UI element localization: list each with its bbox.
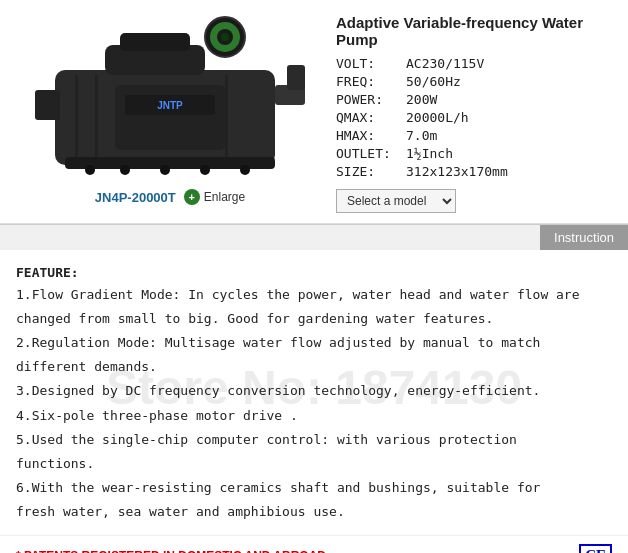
svg-rect-2 [120, 33, 190, 51]
features-section: Store No: 1874130 FEATURE: 1.Flow Gradie… [0, 250, 628, 535]
spec-row: HMAX:7.0m [336, 128, 612, 143]
spec-label: HMAX: [336, 128, 406, 143]
model-select-row: Select a model [336, 189, 612, 213]
svg-rect-13 [115, 85, 225, 150]
spec-label: POWER: [336, 92, 406, 107]
spec-row: OUTLET:1½Inch [336, 146, 612, 161]
feature-item: changed from small to big. Good for gard… [16, 308, 612, 330]
feature-item: functions. [16, 453, 612, 475]
feature-item: 3.Designed by DC frequency conversion te… [16, 380, 612, 402]
pump-image-container: JNTP [20, 10, 320, 185]
svg-rect-8 [287, 65, 305, 90]
feature-item: 1.Flow Gradient Mode: In cycles the powe… [16, 284, 612, 306]
spec-label: QMAX: [336, 110, 406, 125]
enlarge-icon: + [184, 189, 200, 205]
feature-item: fresh water, sea water and amphibious us… [16, 501, 612, 523]
spec-label: SIZE: [336, 164, 406, 179]
product-label-row: JN4P-20000T + Enlarge [95, 189, 245, 205]
svg-rect-10 [75, 75, 78, 160]
spec-row: FREQ:50/60Hz [336, 74, 612, 89]
feature-item: 4.Six-pole three-phase motor drive . [16, 405, 612, 427]
specs-table: VOLT:AC230/115VFREQ:50/60HzPOWER:200WQMA… [336, 56, 612, 179]
enlarge-button[interactable]: + Enlarge [184, 189, 245, 205]
spec-row: SIZE:312x123x170mm [336, 164, 612, 179]
spec-value: 1½Inch [406, 146, 453, 161]
svg-rect-9 [35, 90, 60, 120]
feature-items-container: 1.Flow Gradient Mode: In cycles the powe… [16, 284, 612, 523]
spec-value: AC230/115V [406, 56, 484, 71]
features-content: FEATURE: 1.Flow Gradient Mode: In cycles… [16, 262, 612, 523]
svg-text:JNTP: JNTP [157, 100, 183, 111]
specs-section: Adaptive Variable-frequency Water Pump V… [330, 10, 618, 217]
svg-rect-11 [95, 75, 98, 160]
spec-row: VOLT:AC230/115V [336, 56, 612, 71]
spec-label: VOLT: [336, 56, 406, 71]
patents-text: * PATENTS REGISTERED IN DOMESTIC AND ABR… [16, 549, 326, 553]
spec-value: 312x123x170mm [406, 164, 508, 179]
svg-point-18 [120, 165, 130, 175]
features-title: FEATURE: [16, 262, 612, 284]
svg-point-21 [240, 165, 250, 175]
ce-mark: CE [579, 544, 612, 553]
feature-item: 2.Regulation Mode: Multisage water flow … [16, 332, 612, 354]
product-title: Adaptive Variable-frequency Water Pump [336, 14, 612, 48]
enlarge-label: Enlarge [204, 190, 245, 204]
svg-point-6 [221, 33, 229, 41]
model-select[interactable]: Select a model [336, 189, 456, 213]
spec-row: QMAX:20000L/h [336, 110, 612, 125]
svg-point-17 [85, 165, 95, 175]
instruction-tab[interactable]: Instruction [540, 225, 628, 250]
patents-section: * PATENTS REGISTERED IN DOMESTIC AND ABR… [0, 535, 628, 553]
product-name: JN4P-20000T [95, 190, 176, 205]
feature-item: different demands. [16, 356, 612, 378]
spec-value: 20000L/h [406, 110, 469, 125]
product-section: JNTP JN4P-20000T + Enlarge Adaptive Vari… [0, 0, 628, 224]
pump-image: JNTP [25, 15, 315, 180]
spec-row: POWER:200W [336, 92, 612, 107]
svg-rect-12 [225, 75, 228, 160]
svg-point-19 [160, 165, 170, 175]
spec-label: FREQ: [336, 74, 406, 89]
spec-label: OUTLET: [336, 146, 406, 161]
spec-value: 200W [406, 92, 437, 107]
product-image-area: JNTP JN4P-20000T + Enlarge [10, 10, 330, 217]
spec-value: 50/60Hz [406, 74, 461, 89]
feature-item: 6.With the wear-resisting ceramics shaft… [16, 477, 612, 499]
feature-item: 5.Used the single-chip computer control:… [16, 429, 612, 451]
tab-section: Instruction [0, 224, 628, 250]
svg-point-20 [200, 165, 210, 175]
spec-value: 7.0m [406, 128, 437, 143]
